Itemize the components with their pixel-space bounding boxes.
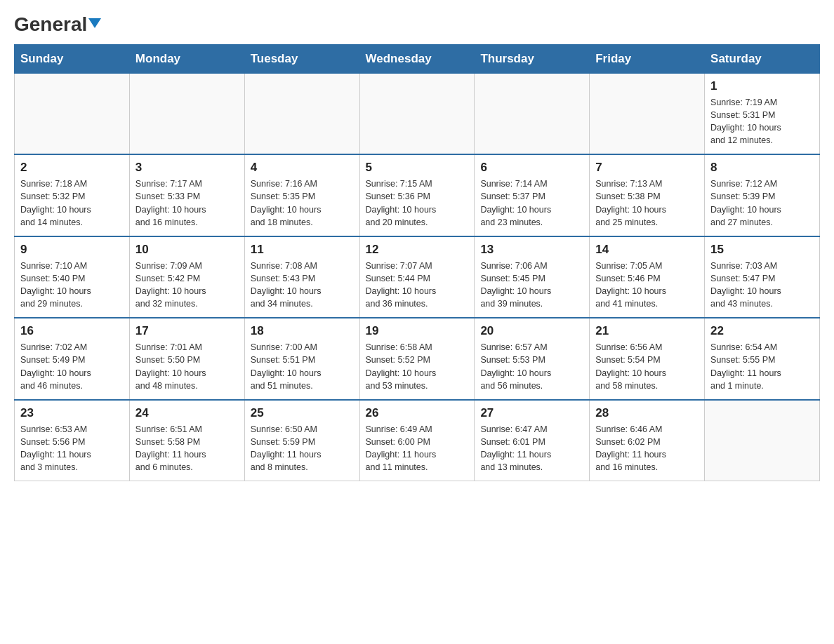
day-info: Sunrise: 7:03 AMSunset: 5:47 PMDaylight:… [710, 260, 814, 311]
day-info: Sunrise: 6:49 AMSunset: 6:00 PMDaylight:… [366, 423, 469, 474]
day-number: 1 [710, 79, 814, 93]
day-number: 20 [480, 324, 583, 338]
day-info: Sunrise: 6:54 AMSunset: 5:55 PMDaylight:… [710, 341, 814, 392]
day-number: 13 [480, 243, 583, 257]
calendar-cell: 15Sunrise: 7:03 AMSunset: 5:47 PMDayligh… [705, 236, 820, 318]
logo-triangle-icon [88, 18, 101, 28]
calendar-cell: 23Sunrise: 6:53 AMSunset: 5:56 PMDayligh… [15, 400, 130, 481]
calendar-cell [705, 400, 820, 481]
week-row-1: 1Sunrise: 7:19 AMSunset: 5:31 PMDaylight… [15, 73, 820, 154]
calendar-cell [590, 73, 705, 154]
day-info: Sunrise: 6:47 AMSunset: 6:01 PMDaylight:… [480, 423, 583, 474]
calendar-cell: 20Sunrise: 6:57 AMSunset: 5:53 PMDayligh… [475, 318, 590, 400]
weekday-header-row: SundayMondayTuesdayWednesdayThursdayFrid… [15, 44, 820, 73]
week-row-2: 2Sunrise: 7:18 AMSunset: 5:32 PMDaylight… [15, 154, 820, 236]
day-number: 21 [595, 324, 699, 338]
calendar-table: SundayMondayTuesdayWednesdayThursdayFrid… [14, 44, 820, 482]
calendar-cell: 5Sunrise: 7:15 AMSunset: 5:36 PMDaylight… [359, 154, 475, 236]
day-number: 4 [251, 161, 354, 175]
calendar-cell: 18Sunrise: 7:00 AMSunset: 5:51 PMDayligh… [244, 318, 359, 400]
calendar-cell: 1Sunrise: 7:19 AMSunset: 5:31 PMDaylight… [705, 73, 820, 154]
calendar-cell: 17Sunrise: 7:01 AMSunset: 5:50 PMDayligh… [129, 318, 244, 400]
day-number: 10 [135, 243, 239, 257]
day-info: Sunrise: 7:18 AMSunset: 5:32 PMDaylight:… [20, 177, 124, 229]
logo-general-text: General [14, 14, 101, 36]
day-number: 5 [366, 161, 469, 175]
day-info: Sunrise: 7:09 AMSunset: 5:42 PMDaylight:… [135, 260, 239, 311]
day-info: Sunrise: 6:51 AMSunset: 5:58 PMDaylight:… [135, 423, 239, 474]
day-number: 19 [366, 324, 469, 338]
day-info: Sunrise: 6:57 AMSunset: 5:53 PMDaylight:… [480, 341, 583, 392]
day-info: Sunrise: 7:16 AMSunset: 5:35 PMDaylight:… [251, 177, 354, 229]
day-number: 23 [20, 406, 124, 420]
calendar-cell: 19Sunrise: 6:58 AMSunset: 5:52 PMDayligh… [359, 318, 475, 400]
day-info: Sunrise: 7:02 AMSunset: 5:49 PMDaylight:… [20, 341, 124, 392]
day-number: 6 [480, 161, 583, 175]
day-number: 27 [480, 406, 583, 420]
calendar-cell [15, 73, 130, 154]
calendar-cell: 6Sunrise: 7:14 AMSunset: 5:37 PMDaylight… [475, 154, 590, 236]
calendar-cell: 14Sunrise: 7:05 AMSunset: 5:46 PMDayligh… [590, 236, 705, 318]
weekday-header-monday: Monday [129, 44, 244, 73]
calendar-cell: 3Sunrise: 7:17 AMSunset: 5:33 PMDaylight… [129, 154, 244, 236]
day-number: 18 [251, 324, 354, 338]
calendar-cell: 25Sunrise: 6:50 AMSunset: 5:59 PMDayligh… [244, 400, 359, 481]
day-info: Sunrise: 7:13 AMSunset: 5:38 PMDaylight:… [595, 177, 699, 229]
day-number: 25 [251, 406, 354, 420]
weekday-header-sunday: Sunday [15, 44, 130, 73]
day-info: Sunrise: 6:58 AMSunset: 5:52 PMDaylight:… [366, 341, 469, 392]
calendar-cell: 26Sunrise: 6:49 AMSunset: 6:00 PMDayligh… [359, 400, 475, 481]
week-row-3: 9Sunrise: 7:10 AMSunset: 5:40 PMDaylight… [15, 236, 820, 318]
calendar-cell: 16Sunrise: 7:02 AMSunset: 5:49 PMDayligh… [15, 318, 130, 400]
day-info: Sunrise: 7:00 AMSunset: 5:51 PMDaylight:… [251, 341, 354, 392]
day-number: 16 [20, 324, 124, 338]
calendar-cell: 7Sunrise: 7:13 AMSunset: 5:38 PMDaylight… [590, 154, 705, 236]
day-info: Sunrise: 7:15 AMSunset: 5:36 PMDaylight:… [366, 177, 469, 229]
calendar-cell: 28Sunrise: 6:46 AMSunset: 6:02 PMDayligh… [590, 400, 705, 481]
day-number: 22 [710, 324, 814, 338]
calendar-cell: 8Sunrise: 7:12 AMSunset: 5:39 PMDaylight… [705, 154, 820, 236]
day-info: Sunrise: 6:46 AMSunset: 6:02 PMDaylight:… [595, 423, 699, 474]
calendar-cell: 24Sunrise: 6:51 AMSunset: 5:58 PMDayligh… [129, 400, 244, 481]
day-number: 12 [366, 243, 469, 257]
day-info: Sunrise: 7:01 AMSunset: 5:50 PMDaylight:… [135, 341, 239, 392]
calendar-cell [244, 73, 359, 154]
day-number: 7 [595, 161, 699, 175]
day-number: 9 [20, 243, 124, 257]
calendar-cell: 10Sunrise: 7:09 AMSunset: 5:42 PMDayligh… [129, 236, 244, 318]
calendar-cell [129, 73, 244, 154]
day-info: Sunrise: 7:14 AMSunset: 5:37 PMDaylight:… [480, 177, 583, 229]
week-row-4: 16Sunrise: 7:02 AMSunset: 5:49 PMDayligh… [15, 318, 820, 400]
day-number: 11 [251, 243, 354, 257]
page-header: General [14, 14, 820, 33]
day-info: Sunrise: 7:08 AMSunset: 5:43 PMDaylight:… [251, 260, 354, 311]
day-number: 24 [135, 406, 239, 420]
day-number: 17 [135, 324, 239, 338]
day-info: Sunrise: 7:05 AMSunset: 5:46 PMDaylight:… [595, 260, 699, 311]
weekday-header-friday: Friday [590, 44, 705, 73]
day-info: Sunrise: 6:50 AMSunset: 5:59 PMDaylight:… [251, 423, 354, 474]
calendar-cell: 11Sunrise: 7:08 AMSunset: 5:43 PMDayligh… [244, 236, 359, 318]
day-number: 2 [20, 161, 124, 175]
day-number: 8 [710, 161, 814, 175]
calendar-cell [359, 73, 475, 154]
day-info: Sunrise: 7:19 AMSunset: 5:31 PMDaylight:… [710, 96, 814, 147]
logo: General [14, 14, 101, 33]
calendar-cell: 2Sunrise: 7:18 AMSunset: 5:32 PMDaylight… [15, 154, 130, 236]
day-number: 26 [366, 406, 469, 420]
calendar-cell: 12Sunrise: 7:07 AMSunset: 5:44 PMDayligh… [359, 236, 475, 318]
week-row-5: 23Sunrise: 6:53 AMSunset: 5:56 PMDayligh… [15, 400, 820, 481]
day-info: Sunrise: 7:12 AMSunset: 5:39 PMDaylight:… [710, 177, 814, 229]
calendar-cell: 27Sunrise: 6:47 AMSunset: 6:01 PMDayligh… [475, 400, 590, 481]
day-info: Sunrise: 6:56 AMSunset: 5:54 PMDaylight:… [595, 341, 699, 392]
day-number: 14 [595, 243, 699, 257]
weekday-header-wednesday: Wednesday [359, 44, 475, 73]
day-info: Sunrise: 7:10 AMSunset: 5:40 PMDaylight:… [20, 260, 124, 311]
weekday-header-thursday: Thursday [475, 44, 590, 73]
day-number: 15 [710, 243, 814, 257]
weekday-header-saturday: Saturday [705, 44, 820, 73]
weekday-header-tuesday: Tuesday [244, 44, 359, 73]
day-number: 3 [135, 161, 239, 175]
calendar-cell: 4Sunrise: 7:16 AMSunset: 5:35 PMDaylight… [244, 154, 359, 236]
calendar-cell: 13Sunrise: 7:06 AMSunset: 5:45 PMDayligh… [475, 236, 590, 318]
